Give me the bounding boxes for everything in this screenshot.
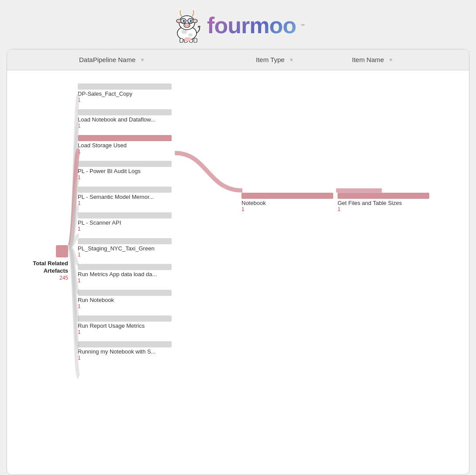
mid-item-count: 1 — [78, 123, 172, 129]
mid-item-bar — [78, 264, 172, 270]
col-header-datapipeline-close[interactable]: × — [141, 56, 144, 63]
mid-item-label: Run Metrics App data load da... — [78, 271, 172, 277]
mid-item-count: 1 — [78, 200, 172, 206]
mid-item-count: 1 — [78, 149, 172, 155]
mid-item-count: 1 — [78, 303, 172, 309]
svg-point-9 — [183, 20, 185, 22]
middle-column: DP-Sales_Fact_Copy 1 Load Notebook and D… — [78, 79, 172, 364]
mid-item-count: 1 — [78, 329, 172, 335]
svg-point-15 — [188, 33, 193, 37]
mid-item-count: 1 — [78, 226, 172, 232]
name-item-label: Get Files and Table Sizes — [338, 200, 429, 206]
type-item-count: 1 — [241, 206, 333, 212]
mid-item-bar — [78, 316, 172, 322]
left-node-label: Total Related Artefacts — [16, 260, 68, 275]
col-header-itemname: Item Name × — [352, 56, 444, 63]
list-item[interactable]: Run Metrics App data load da... 1 — [78, 264, 172, 284]
type-item-label: Notebook — [241, 200, 333, 206]
col-header-datapipeline: DataPipeline Name × — [79, 56, 193, 63]
col-header-itemtype: Item Type × — [256, 56, 348, 63]
mid-item-count: 1 — [78, 97, 172, 103]
left-node-count: 245 — [59, 275, 68, 281]
list-item[interactable]: PL - Power BI Audit Logs 1 — [78, 161, 172, 180]
mid-item-count: 1 — [78, 174, 172, 180]
item-name-column: Get Files and Table Sizes 1 — [338, 79, 429, 215]
svg-point-11 — [184, 23, 190, 28]
mid-item-label: PL - Scanner API — [78, 219, 172, 226]
svg-point-21 — [198, 26, 200, 28]
mid-item-label: Load Notebook and Dataflow... — [78, 116, 172, 123]
mid-item-bar — [78, 109, 172, 115]
brand-name: fourmoo — [207, 12, 296, 38]
mid-item-count: 1 — [78, 355, 172, 361]
mid-item-bar — [78, 290, 172, 296]
mid-item-label: Running my Notebook with S... — [78, 348, 172, 355]
mid-item-label: DP-Sales_Fact_Copy — [78, 90, 172, 97]
name-item-bar — [338, 193, 429, 199]
mid-item-bar-active — [78, 135, 172, 141]
mid-item-label: PL - Power BI Audit Logs — [78, 168, 172, 174]
mid-item-bar — [78, 187, 172, 193]
cow-icon — [171, 8, 203, 43]
list-item[interactable]: DP-Sales_Fact_Copy 1 — [78, 83, 172, 103]
col-header-itemtype-close[interactable]: × — [290, 56, 293, 63]
col-header-datapipeline-label: DataPipeline Name — [79, 56, 135, 63]
list-item[interactable]: PL_Staging_NYC_Taxi_Green 1 — [78, 238, 172, 258]
name-item[interactable]: Get Files and Table Sizes 1 — [338, 193, 429, 212]
mid-item-label: Run Notebook — [78, 297, 172, 303]
list-item[interactable]: PL - Semantic Model Memor... 1 — [78, 187, 172, 206]
svg-point-20 — [184, 38, 191, 41]
svg-point-14 — [181, 30, 187, 34]
mid-item-count: 1 — [78, 252, 172, 258]
mid-item-bar — [78, 161, 172, 167]
name-item-count: 1 — [338, 206, 429, 212]
type-item-bar — [241, 193, 333, 199]
svg-point-12 — [185, 25, 186, 26]
list-item[interactable]: Load Notebook and Dataflow... 1 — [78, 109, 172, 129]
left-node: Total Related Artefacts 245 — [16, 79, 68, 281]
mid-item-label: Run Report Usage Metrics — [78, 322, 172, 329]
brand-tm: ™ — [300, 23, 305, 28]
mid-item-bar — [78, 238, 172, 244]
mid-item-bar — [78, 341, 172, 347]
mid-item-label: PL - Semantic Model Memor... — [78, 194, 172, 200]
list-item[interactable]: PL - Scanner API 1 — [78, 212, 172, 232]
logo-area: fourmoo ™ — [171, 0, 305, 49]
mid-item-count: 1 — [78, 277, 172, 284]
svg-rect-19 — [194, 38, 197, 42]
col-header-itemtype-label: Item Type — [256, 56, 285, 63]
mid-item-bar — [78, 212, 172, 218]
list-item[interactable]: Run Notebook 1 — [78, 290, 172, 309]
type-item[interactable]: Notebook 1 — [241, 193, 333, 212]
mid-item-label: Load Storage Used — [78, 142, 172, 149]
list-item[interactable]: Run Report Usage Metrics 1 — [78, 316, 172, 335]
item-type-column: Notebook 1 — [241, 79, 333, 215]
column-headers: DataPipeline Name × Item Type × Item Nam… — [7, 49, 469, 70]
list-item-active[interactable]: Load Storage Used 1 — [78, 135, 172, 155]
col-header-itemname-label: Item Name — [352, 56, 384, 63]
svg-point-10 — [190, 20, 192, 22]
list-item[interactable]: Running my Notebook with S... 1 — [78, 341, 172, 361]
sankey-area: Total Related Artefacts 245 DP-Sales_Fac… — [7, 70, 469, 411]
col-header-itemname-close[interactable]: × — [389, 56, 393, 63]
left-node-bar — [56, 245, 68, 257]
svg-rect-16 — [180, 38, 183, 42]
mid-item-label: PL_Staging_NYC_Taxi_Green — [78, 245, 172, 252]
main-card: DataPipeline Name × Item Type × Item Nam… — [7, 49, 469, 475]
mid-item-bar — [78, 83, 172, 90]
svg-point-13 — [188, 25, 189, 26]
